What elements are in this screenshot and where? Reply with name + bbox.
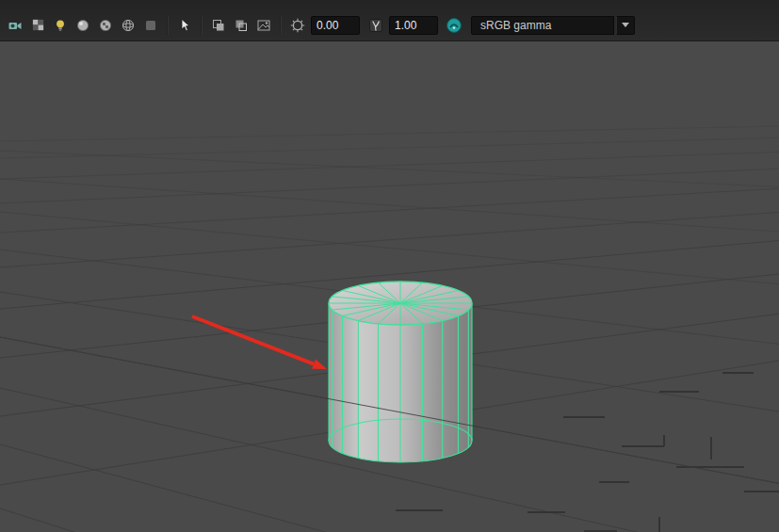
select-cursor-icon	[177, 18, 192, 33]
chevron-down-icon	[622, 23, 629, 27]
exposure-icon	[290, 18, 305, 33]
lightbulb-icon	[53, 18, 68, 33]
gamma-input[interactable]	[389, 16, 438, 35]
gamma-icon	[368, 18, 383, 33]
textured-sphere-icon	[98, 18, 113, 33]
view-transform-value: sRGB gamma	[480, 19, 551, 32]
grid-icon	[31, 18, 45, 32]
default-material-icon	[143, 18, 158, 33]
image-plane-button[interactable]	[253, 15, 274, 36]
isolate-select-icon	[211, 18, 226, 33]
wireframe-sphere-icon	[121, 18, 136, 33]
textured-display-button[interactable]	[95, 15, 116, 36]
toolbar-separator	[201, 16, 203, 35]
exposure-input[interactable]	[311, 16, 360, 35]
duplicate-view-button[interactable]	[231, 15, 252, 36]
cylinder-object[interactable]	[329, 282, 472, 462]
default-material-button[interactable]	[140, 15, 161, 36]
select-tool-button[interactable]	[174, 15, 195, 36]
toolbar-separator	[280, 16, 282, 35]
select-camera-icon	[8, 18, 23, 33]
view-transform-arrow-button[interactable]	[616, 16, 635, 35]
duplicate-view-icon	[234, 18, 249, 33]
shaded-display-button[interactable]	[73, 15, 93, 36]
color-management-icon	[446, 17, 463, 34]
isolate-select-button[interactable]	[208, 15, 229, 36]
viewport-toolbar: sRGB gamma	[0, 0, 779, 41]
viewport-canvas[interactable]	[0, 41, 779, 532]
grid-toggle-button[interactable]	[27, 15, 48, 36]
image-plane-icon	[256, 18, 271, 33]
viewport-panel	[0, 41, 779, 532]
color-management-button[interactable]	[444, 15, 464, 36]
toolbar-separator	[167, 16, 169, 35]
view-transform-dropdown[interactable]: sRGB gamma	[471, 16, 614, 35]
wireframe-on-shaded-button[interactable]	[118, 15, 138, 36]
lighting-button[interactable]	[50, 15, 71, 36]
select-camera-button[interactable]	[5, 15, 25, 36]
gamma-toggle-button[interactable]	[365, 15, 386, 36]
exposure-toggle-button[interactable]	[287, 15, 308, 36]
shaded-sphere-icon	[75, 18, 90, 33]
